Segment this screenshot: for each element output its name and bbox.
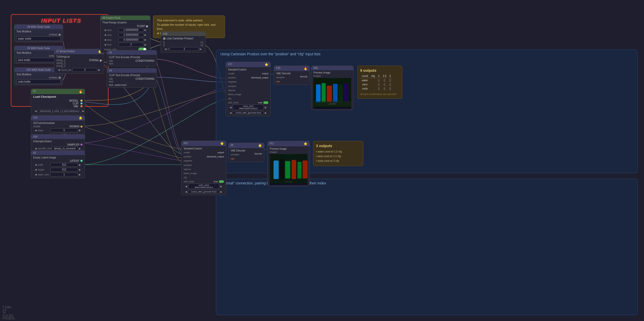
node-6-header: #6 Inspire Pack (101, 16, 150, 20)
node-17-header: #17 ⭐ (226, 62, 270, 67)
node-7-inputs-len: ◀ inputs_len 3 ▶ (56, 67, 102, 72)
svg-rect-12 (285, 161, 290, 179)
node-7-body: ToStringList string_1 string_2 string_3 … (54, 54, 104, 73)
svg-text:preview: preview (329, 103, 336, 105)
node-2-header: #2 (31, 151, 85, 155)
node-18-lists-cartesian: #18 Lists Cartesian Product i1 i2 o1 o2 … (161, 31, 206, 53)
node-12-add-noise: add_noise true (184, 180, 224, 183)
node-16-header: #16 (311, 66, 353, 70)
node-7-header: #7 Bmad Nodes ⭐ (54, 49, 104, 54)
node-17-sampler-top: #17 ⭐ SamplerCustom modelpositivenegativ… (226, 62, 271, 116)
node-6-float-range: #6 Inspire Pack Float Range (Inspire) FL… (100, 15, 150, 53)
node-2-empty-latent: #2 Empty Latent Image LATENT ◀ width 512… (31, 150, 85, 178)
svg-rect-6 (344, 83, 349, 102)
table-row: soda [] [] [] (360, 86, 393, 91)
node-4-ports: clip text CONDITIONING (109, 77, 155, 83)
node-7-string-row: string_1 string_2 string_3 STRING ▣ (56, 59, 102, 67)
node-15-body: VAE Decode samples vae IMAGE (274, 71, 310, 85)
node-1-model-file: ◀ clip/turbotsd_xl_turbo_1.0_fp16.safete… (33, 109, 83, 113)
node-10-body: Text Multiline STRING soda bottle (14, 72, 63, 85)
node-14-header: #14 (31, 135, 85, 139)
node-4-header: #4 (107, 68, 157, 73)
node-11-preview-bottom: #11 ⭐ Preview Image images preview (267, 141, 310, 186)
node-10-type: Text Multiline (16, 73, 61, 76)
node-2-latent-port: LATENT (33, 159, 83, 162)
table-row: water [] [] [] (360, 78, 393, 83)
node-10-port: STRING (16, 76, 61, 79)
svg-rect-5 (339, 85, 343, 102)
input-lists-title: INPUT LISTS (41, 17, 81, 24)
node-6-stop: ◀ stop 2.000000000 ▶ (103, 32, 148, 37)
node-17-ports: modelpositivenegativesamplersigmaslatent… (228, 72, 268, 101)
node-13-steps: ◀ steps 5 ▶ (33, 128, 83, 133)
outputs-box-3: 3 outputs • water cond w/ 1.0 cfg • wine… (313, 141, 363, 166)
node-2-batch: ◀ batch_size 1 ▶ (33, 172, 83, 177)
node-8-type: Text Multiline (16, 30, 61, 33)
node-17-add-noise: add_noise true (228, 101, 268, 104)
node-11-header: #11 ⭐ (268, 141, 310, 146)
node-15-flame: 🔥 (304, 67, 307, 70)
node-1-vae-port: VAE (33, 105, 83, 108)
node-5-header: #5 ⭐ (229, 143, 264, 148)
node-6-body: Float Range (Inspire) FLOAT ▣ ◀ start 1.… (101, 20, 150, 53)
node-18-ports: i1 i2 o1 o2 (163, 41, 203, 47)
node-1-load-checkpoint: #1 🔥 Load Checkpoint MODEL CLIP VAE ◀ cl… (31, 89, 85, 114)
node-3-clip: #3 CLIP Text Encode (Prompt) clip text C… (107, 50, 157, 66)
node-18-inputs-len: ◀ 2 2 ▶ (163, 47, 203, 51)
node-8-port: STRING (16, 33, 61, 36)
node-18-body: Lists Cartesian Product i1 i2 o1 o2 ◀ 2 … (161, 36, 205, 52)
node-3-ports: clip text CONDITIONING (109, 59, 155, 65)
node-12-control: ◀ control_after_generate fixed ▶ (184, 190, 224, 194)
node-12-star: ⭐ (220, 142, 224, 145)
node-8-value[interactable]: water bottle (16, 37, 61, 41)
node-2-body: Empty Latent Image LATENT ◀ width 512 ▶ … (31, 155, 85, 178)
svg-rect-13 (292, 160, 296, 179)
node-16-preview-top: #16 Preview Image images preview (311, 66, 353, 110)
node-5-star: ⭐ (258, 144, 262, 147)
table-row: wine [] [] [] (360, 82, 393, 86)
node-16-preview-image: preview (313, 78, 351, 109)
outputs-9-title: 9 outputs (360, 68, 400, 73)
outputs-3-title: 3 outputs (316, 144, 360, 148)
node-6-step: ◀ step 0.500000000 ▶ (103, 37, 148, 42)
node-6-limit: ◀ limit 3 ▶ (103, 42, 148, 47)
node-5-body: VAE Decode samples vae IMAGE (229, 148, 264, 162)
node-1-clip-port: CLIP (33, 102, 83, 105)
svg-rect-2 (322, 83, 326, 102)
node-7-to-string: #7 Bmad Nodes ⭐ ToStringList string_1 st… (54, 49, 104, 74)
node-10-value[interactable]: soda bottle (16, 79, 61, 84)
node-1-flame: 🔥 (79, 90, 83, 93)
node-17-body: SamplerCustom modelpositivenegativesampl… (226, 67, 270, 116)
svg-rect-15 (303, 160, 307, 179)
node-16-body: Preview Image images preview (311, 70, 353, 110)
output-item-3: • soda cond w/ 2 cfg (316, 159, 360, 163)
node-15-ports: samples vae IMAGE (276, 75, 307, 84)
node-15-vae-top: #15 🔥 VAE Decode samples vae IMAGE (274, 66, 310, 85)
outputs-3-items: • water cond w/ 1.0 cfg • wine cond w/ 1… (316, 149, 360, 163)
node-12-ports: modelpositivenegativesamplersigmaslatent… (184, 150, 224, 180)
node-2-height: ◀ height 512 ▶ (33, 167, 83, 172)
node-3-header: #3 (107, 50, 157, 55)
node-17-toggle[interactable] (263, 101, 268, 104)
node-11-star: ⭐ (304, 142, 307, 146)
node-13-sigmas: model SIGMAS (33, 125, 83, 128)
node-18-header: #18 (161, 32, 205, 36)
node-14-sampler-port: SAMPLER (33, 143, 83, 146)
node-14-sampler-name: ◀ sampler_name dpmpp_2s_ancestral ▶ (33, 146, 83, 151)
node-17-control: ◀ control_after_generate fixed ▶ (228, 111, 268, 115)
svg-rect-10 (274, 160, 279, 179)
node-8-was: #8 WAS Node Suite Text Multiline STRING … (14, 24, 63, 42)
node-12-sampler-bottom: #12 ⭐ SamplerCustom modelpositivenegativ… (181, 141, 226, 195)
preview-bottom-svg: preview (270, 155, 307, 184)
node-8-header: #8 WAS Node Suite (14, 25, 63, 29)
node-8-body: Text Multiline STRING water bottle (14, 29, 63, 42)
node-1-body: Load Checkpoint MODEL CLIP VAE ◀ clip/tu… (31, 94, 85, 114)
outputs-9-table: cond cfg 1 1.5 2 water [] [] [] wine (360, 74, 393, 91)
node-17-seed: ◀ noise_seed 9685799967025313 ▶ (228, 104, 268, 111)
node-12-toggle[interactable] (219, 180, 224, 183)
svg-rect-11 (280, 159, 284, 179)
node-1-ports: MODEL (33, 99, 83, 102)
node-4-body: CLIP Text Encode (Prompt) clip text COND… (107, 73, 157, 87)
node-5-ports: samples vae IMAGE (231, 153, 262, 161)
outputs-9-note: all input combinations are executed (360, 93, 400, 96)
